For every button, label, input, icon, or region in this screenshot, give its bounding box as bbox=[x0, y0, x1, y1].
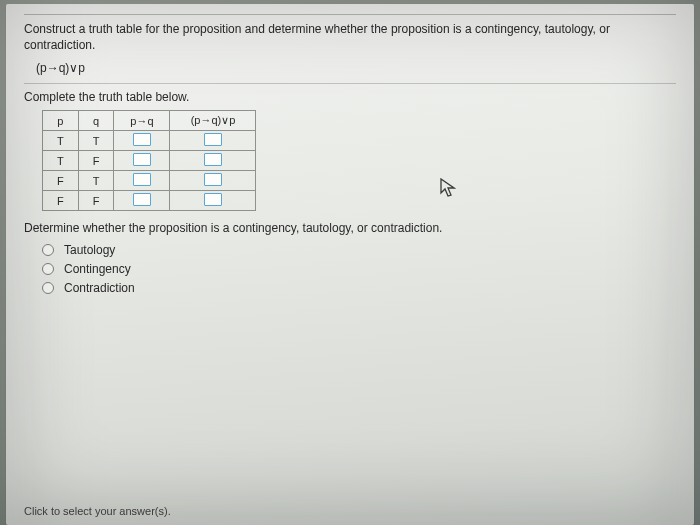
cell-q: F bbox=[78, 191, 114, 211]
option-contradiction[interactable]: Contradiction bbox=[42, 281, 676, 295]
radio-icon bbox=[42, 244, 54, 256]
question-prompt: Construct a truth table for the proposit… bbox=[24, 14, 676, 53]
table-row: T F bbox=[43, 151, 256, 171]
col-final-header: (p→q)∨p bbox=[170, 111, 256, 131]
cell-imp bbox=[114, 171, 170, 191]
final-input-2[interactable] bbox=[204, 153, 222, 166]
cell-q: T bbox=[78, 171, 114, 191]
imp-input-3[interactable] bbox=[133, 173, 151, 186]
table-row: F T bbox=[43, 171, 256, 191]
option-tautology[interactable]: Tautology bbox=[42, 243, 676, 257]
option-label: Contradiction bbox=[64, 281, 135, 295]
cell-imp bbox=[114, 191, 170, 211]
table-instruction: Complete the truth table below. bbox=[24, 83, 676, 104]
cell-q: T bbox=[78, 131, 114, 151]
imp-input-4[interactable] bbox=[133, 193, 151, 206]
classify-prompt: Determine whether the proposition is a c… bbox=[24, 221, 676, 235]
imp-input-1[interactable] bbox=[133, 133, 151, 146]
cell-p: T bbox=[43, 151, 79, 171]
cell-final bbox=[170, 151, 256, 171]
option-contingency[interactable]: Contingency bbox=[42, 262, 676, 276]
table-header-row: p q p→q (p→q)∨p bbox=[43, 111, 256, 131]
option-label: Tautology bbox=[64, 243, 115, 257]
col-q-header: q bbox=[78, 111, 114, 131]
options-group: Tautology Contingency Contradiction bbox=[42, 243, 676, 295]
cell-final bbox=[170, 191, 256, 211]
cell-final bbox=[170, 171, 256, 191]
cell-imp bbox=[114, 131, 170, 151]
final-input-1[interactable] bbox=[204, 133, 222, 146]
radio-icon bbox=[42, 263, 54, 275]
option-label: Contingency bbox=[64, 262, 131, 276]
worksheet-panel: Construct a truth table for the proposit… bbox=[6, 4, 694, 525]
cell-p: F bbox=[43, 191, 79, 211]
cell-q: F bbox=[78, 151, 114, 171]
cell-p: T bbox=[43, 131, 79, 151]
imp-input-2[interactable] bbox=[133, 153, 151, 166]
final-input-3[interactable] bbox=[204, 173, 222, 186]
table-row: F F bbox=[43, 191, 256, 211]
col-p-header: p bbox=[43, 111, 79, 131]
col-imp-header: p→q bbox=[114, 111, 170, 131]
final-input-4[interactable] bbox=[204, 193, 222, 206]
truth-table: p q p→q (p→q)∨p T T T F F T F F bbox=[42, 110, 256, 211]
footer-hint: Click to select your answer(s). bbox=[24, 505, 171, 517]
cell-final bbox=[170, 131, 256, 151]
table-row: T T bbox=[43, 131, 256, 151]
cell-imp bbox=[114, 151, 170, 171]
radio-icon bbox=[42, 282, 54, 294]
proposition-expression: (p→q)∨p bbox=[36, 61, 676, 75]
cell-p: F bbox=[43, 171, 79, 191]
